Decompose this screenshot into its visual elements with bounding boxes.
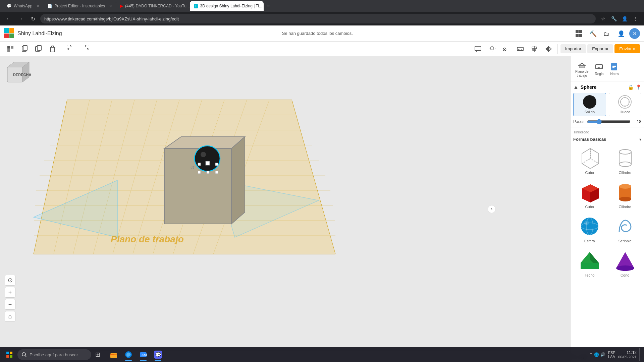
location-icon[interactable]: 📍 [636,84,641,90]
new-tab-button[interactable]: + [264,3,273,10]
zoom-in-button[interactable]: + [5,287,15,298]
shape-item-cone[interactable]: Cono [609,247,642,279]
shape-item-cube-outline[interactable]: Cubo [573,144,606,176]
tab-youtube[interactable]: ▶ (445) DADO TINKERCAD - YouTu... ✕ [116,1,190,11]
svg-point-118 [616,265,634,271]
svg-rect-84 [579,66,585,68]
user-profile-button[interactable]: 👤 [615,27,627,40]
svg-point-113 [584,221,589,225]
forward-button[interactable]: → [16,14,25,23]
hollow-label: Hueco [620,110,630,114]
send-button[interactable]: Enviar a [614,44,640,53]
copy-button[interactable] [18,44,31,54]
browser-chrome: 💬 WhatsApp ✕ 📄 Project Editor - Instruct… [0,0,644,25]
solid-button[interactable]: Sólido [573,93,606,116]
svg-text:💬: 💬 [155,352,161,358]
duplicate-button[interactable] [32,44,45,54]
svg-line-124 [25,355,26,357]
shape-item-roof[interactable]: Techo [573,247,606,279]
tab-close-whatsapp[interactable]: ✕ [36,4,39,8]
second-toolbar: ⊙ Importar Exportar Enviar a [0,42,644,56]
start-button[interactable] [3,348,16,361]
svg-rect-20 [52,46,54,47]
extension-button[interactable]: 🔧 [609,14,619,23]
ruler-tool-button[interactable] [514,44,527,54]
taskbar-app-edge[interactable] [122,348,135,361]
align-button[interactable] [528,44,541,54]
notes-button[interactable]: Notes [608,61,621,77]
shape-item-scribble[interactable]: Scribble [609,213,642,244]
svg-point-102 [619,162,631,167]
grid-canvas: ↺ Plano de trabajo [0,56,570,362]
task-view-button[interactable]: ⊞ [93,350,103,360]
tab-whatsapp[interactable]: 💬 WhatsApp ✕ [3,1,43,11]
home-view-button[interactable]: ⌂ [5,311,15,322]
svg-text:↺: ↺ [190,165,195,171]
back-button[interactable]: ← [4,14,13,23]
more-options-button[interactable]: ⋮ [631,14,640,23]
comment-button[interactable] [472,44,484,54]
light-button[interactable] [486,44,498,54]
shapes-panel-button[interactable] [4,44,17,54]
zoom-out-button[interactable]: − [5,299,15,310]
tools-button[interactable]: 🔨 [587,27,599,40]
mirror-button[interactable] [542,44,555,54]
snap-icon: ⊙ [502,45,510,53]
shape-item-cube-red[interactable]: Cubo [573,179,606,210]
lock-icon[interactable]: 🔒 [628,84,634,90]
sphere-blue-visual [578,214,601,238]
library-title: Formas básicas [573,137,606,142]
export-button[interactable]: Exportar [587,44,613,53]
expand-panel-button[interactable]: › [488,205,496,213]
tab-close-instructables[interactable]: ✕ [109,4,112,8]
bookmark-star-button[interactable]: ☆ [598,14,608,23]
import-button[interactable]: Importar [560,44,586,53]
delete-button[interactable] [46,44,59,54]
expand-tray-button[interactable]: ⌃ [589,352,593,357]
library-dropdown-button[interactable]: ▾ [639,137,641,142]
taskbar-app-discord[interactable]: 💬 [151,348,165,361]
svg-rect-5 [579,30,582,33]
undo-icon [67,45,75,53]
svg-rect-18 [51,47,55,52]
taskbar-search-icon [21,352,27,357]
taskbar-app-explorer[interactable] [107,348,120,361]
shape-item-cylinder-outline[interactable]: Cilindro [609,144,642,176]
shape-item-cylinder-orange[interactable]: Cilindro [609,179,642,210]
taskbar-search[interactable]: Escribe aquí para buscar [17,349,91,360]
cylinder-orange-visual [613,180,637,203]
profile-button[interactable]: 👤 [620,14,629,23]
viewport[interactable]: DERECHA [0,56,570,362]
zoom-controls: ⊙ + − ⌂ [5,275,15,322]
svg-point-110 [581,218,598,235]
redo-button[interactable] [79,44,92,54]
app-area: Shiny Lahdi-Elzing Se han guardado todos… [0,25,644,362]
gallery-button[interactable]: 🗂 [601,27,613,40]
svg-rect-121 [6,355,9,358]
solid-circle-visual [583,95,596,109]
hollow-button[interactable]: Hueco [609,93,642,116]
hollow-circle-visual [618,95,632,109]
ruler-button[interactable]: Regla [592,61,606,77]
address-input[interactable] [40,14,596,23]
steps-row: Pasos 18 [573,119,641,124]
shape-item-sphere-blue[interactable]: Esfera [573,213,606,244]
snap-button[interactable]: ⊙ [500,44,513,54]
grid-view-button[interactable] [573,27,585,40]
undo-button[interactable] [65,44,77,54]
time-display: 11:12 [618,350,637,355]
tab-instructables[interactable]: 📄 Project Editor - Instructables ✕ [43,1,116,11]
toolbar-separator-2 [557,44,558,54]
svg-rect-4 [576,30,579,33]
steps-slider[interactable] [587,119,631,124]
library-title-row: Formas básicas ▾ [573,137,641,142]
fit-view-button[interactable]: ⊙ [5,275,15,286]
volume-icon[interactable]: 🔊 [600,352,605,357]
workplane-button[interactable]: Plano detrabajo [573,58,590,79]
tab-tinkercad[interactable]: T 3D design Shiny Lahdi-Elzing | Ti... ✕ [190,1,264,11]
svg-text:⊙: ⊙ [502,46,507,52]
taskbar-app-zoom[interactable]: Zoom [137,348,150,361]
inspector-expand-icon[interactable]: ▲ [573,84,579,90]
show-desktop-button[interactable] [639,348,641,361]
reload-button[interactable]: ↻ [28,14,38,23]
